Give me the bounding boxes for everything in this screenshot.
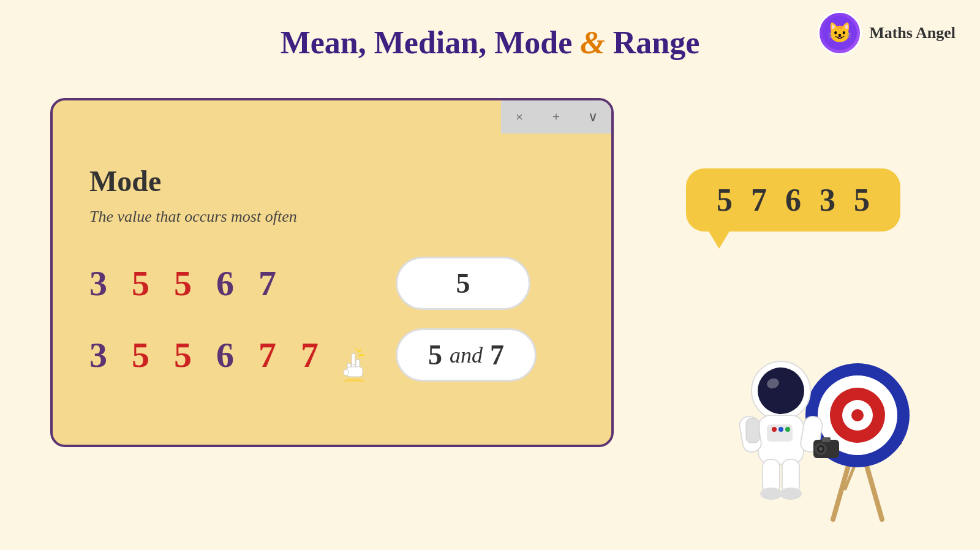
close-button[interactable]: × (501, 100, 538, 134)
expand-button[interactable]: ∨ (575, 100, 611, 134)
title-range: Range (613, 25, 700, 60)
svg-rect-6 (347, 367, 363, 377)
svg-rect-25 (767, 424, 793, 442)
answer-value-1: 5 (456, 267, 470, 299)
cursor-icon (341, 348, 368, 388)
num-6-r1: 6 (216, 263, 234, 304)
add-button[interactable]: + (538, 100, 575, 134)
num-7b-r2: 7 (301, 334, 318, 375)
num-7-r1: 7 (258, 263, 276, 304)
logo-icon: 😺 (818, 11, 862, 55)
svg-text:😺: 😺 (827, 21, 852, 44)
num-7a-r2: 7 (258, 334, 276, 375)
num-5a-r1: 5 (132, 263, 149, 304)
title-mode: Mode (494, 25, 572, 60)
svg-point-27 (778, 427, 783, 432)
svg-point-2 (343, 379, 365, 382)
num-5b-r2: 5 (174, 334, 192, 375)
bubble-num-3: 3 (820, 182, 835, 218)
bubble-num-5a: 5 (717, 182, 733, 218)
logo-svg: 😺 (821, 15, 858, 51)
answer-and: and (450, 342, 483, 368)
num-list-1: 3 5 5 6 7 (89, 263, 347, 304)
svg-line-10 (359, 355, 364, 356)
svg-line-9 (358, 350, 361, 352)
svg-rect-8 (352, 353, 355, 364)
num-5b-r1: 5 (174, 263, 192, 304)
astronaut-svg (723, 311, 943, 538)
svg-point-28 (785, 427, 790, 432)
answer-5: 5 (428, 339, 442, 371)
title-part1: Mean, Median, (281, 25, 495, 60)
svg-point-34 (819, 447, 823, 451)
svg-point-38 (760, 488, 782, 500)
num-5a-r2: 5 (132, 334, 149, 375)
answer-box-2: 5 and 7 (396, 328, 537, 382)
mode-title: Mode (89, 164, 575, 198)
number-row-2: 3 5 5 6 7 7 5 and 7 (89, 328, 575, 382)
svg-rect-40 (746, 418, 760, 443)
logo-text: Maths Angel (869, 24, 956, 42)
speech-bubble: 5 7 6 3 5 (686, 168, 900, 232)
illustration-area (723, 311, 943, 538)
answer-7: 7 (490, 339, 504, 371)
num-6-r2: 6 (216, 334, 234, 375)
title-amp: & (572, 25, 612, 60)
bubble-num-6: 6 (785, 182, 801, 218)
card-content: Mode The value that occurs most often 3 … (53, 134, 611, 424)
svg-point-39 (780, 488, 802, 500)
pointing-cursor-svg (341, 348, 368, 382)
num-3-r2: 3 (89, 334, 107, 375)
svg-point-22 (758, 367, 804, 414)
main-card: × + ∨ Mode The value that occurs most of… (50, 98, 614, 447)
logo-area: 😺 Maths Angel (818, 11, 956, 55)
svg-rect-7 (344, 369, 349, 375)
svg-point-20 (851, 409, 864, 421)
svg-point-26 (772, 427, 777, 432)
number-row-1: 3 5 5 6 7 5 (89, 257, 575, 310)
bubble-num-7: 7 (751, 182, 767, 218)
answer-box-1: 5 (396, 257, 530, 310)
svg-rect-35 (822, 437, 831, 442)
bubble-num-5b: 5 (854, 182, 870, 218)
num-list-2: 3 5 5 6 7 7 (89, 334, 347, 375)
mode-subtitle: The value that occurs most often (89, 208, 575, 226)
num-3-r1: 3 (89, 263, 107, 304)
window-controls: × + ∨ (501, 100, 611, 134)
